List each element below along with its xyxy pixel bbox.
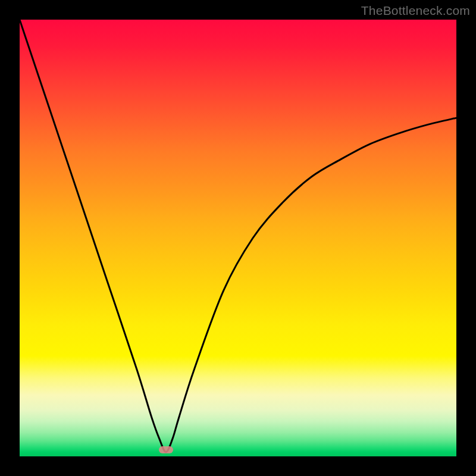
curve-line [20,20,456,452]
watermark-label: TheBottleneck.com [361,4,470,18]
bottleneck-curve [20,20,456,456]
optimal-marker [159,446,173,453]
chart-container: TheBottleneck.com [0,0,476,476]
plot-area [20,20,456,456]
